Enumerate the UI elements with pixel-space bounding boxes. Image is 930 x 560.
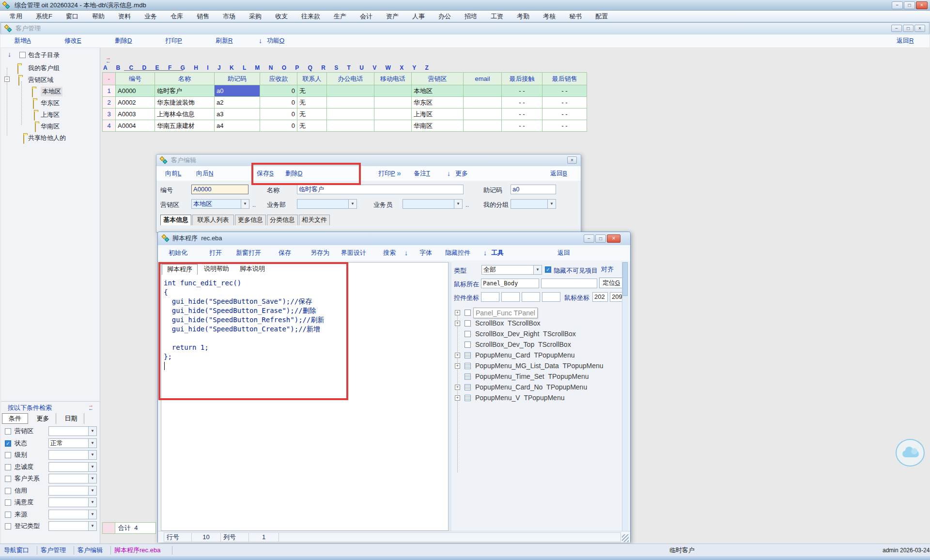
menu-item[interactable]: 配置	[589, 12, 615, 21]
tab-related-files[interactable]: 相关文件	[299, 215, 330, 225]
filter-combo[interactable]: ▼	[48, 498, 97, 507]
alphabet-index[interactable]: A B C D E F G H I J K L M N O P Q R S T …	[103, 64, 429, 71]
tree-node[interactable]: ScrollBox_Dev_Top TScrollBox	[475, 340, 571, 349]
tree-item-shared[interactable]: 共享给他人的	[28, 133, 66, 143]
control-checkbox[interactable]	[465, 310, 471, 316]
filter-checkbox[interactable]	[5, 464, 11, 470]
menu-item[interactable]: 往来款	[294, 12, 327, 21]
close-icon[interactable]: ×	[567, 156, 577, 164]
open-button[interactable]: 打开	[209, 245, 222, 261]
hide-invisible-checkbox[interactable]: ✓	[545, 266, 551, 273]
filter-checkbox-checked[interactable]: ✓	[5, 440, 11, 447]
menu-item[interactable]: 仓库	[164, 12, 190, 21]
filter-combo[interactable]: ▼	[48, 462, 97, 472]
tree-item-east-region[interactable]: 华东区	[41, 98, 60, 108]
tree-item-shanghai-region[interactable]: 上海区	[41, 110, 60, 120]
return-button[interactable]: 返回B	[550, 166, 567, 181]
mouse-in-input-2[interactable]	[541, 279, 597, 288]
control-coord-y1[interactable]	[501, 292, 520, 302]
open-new-window-button[interactable]: 新窗打开	[236, 245, 261, 261]
return-button[interactable]: 返回	[558, 245, 570, 261]
code-input[interactable]: A0000	[191, 185, 248, 194]
print-button[interactable]: 打印P	[378, 166, 395, 181]
control-checkbox[interactable]	[465, 342, 471, 348]
menu-item[interactable]: 办公	[432, 12, 458, 21]
init-button[interactable]: 初始化	[169, 245, 187, 261]
group-combo[interactable]: ▼	[511, 199, 556, 209]
salesman-combo[interactable]: ▼	[403, 199, 463, 209]
dept-combo[interactable]: ▼	[297, 199, 357, 209]
menu-item[interactable]: 资料	[111, 12, 138, 21]
col-header-office-phone[interactable]: 办公电话	[327, 73, 374, 85]
tree-node[interactable]: ScrollBox_Dev_Right TScrollBox	[475, 329, 576, 339]
filter-checkbox[interactable]	[5, 523, 11, 529]
maximize-icon[interactable]: □	[903, 25, 914, 32]
minimize-icon[interactable]: −	[584, 234, 594, 243]
tree-item-south-region[interactable]: 华南区	[41, 122, 60, 131]
control-checkbox[interactable]	[465, 320, 471, 327]
tree-node[interactable]: PopupMenu_MG_List_Data TPopupMenu	[475, 361, 604, 371]
double-chevron-icon[interactable]: »	[397, 167, 401, 180]
next-button[interactable]: 向后N	[196, 166, 213, 181]
menu-item[interactable]: 系统F	[29, 12, 59, 21]
menu-item[interactable]: 考核	[536, 12, 562, 21]
tools-button[interactable]: 工具	[491, 245, 504, 261]
filter-checkbox[interactable]	[5, 499, 11, 506]
menu-item[interactable]: 考勤	[510, 12, 536, 21]
menu-item[interactable]: 窗口	[59, 12, 85, 21]
resize-grip[interactable]	[622, 534, 629, 542]
menu-item[interactable]: 帮助	[85, 12, 111, 21]
filter-tab-condition[interactable]: 条件	[2, 413, 28, 424]
name-input[interactable]: 临时客户	[297, 185, 464, 194]
expand-icon[interactable]: +	[455, 353, 460, 358]
menu-item[interactable]: 采购	[242, 12, 268, 21]
tab-contact-list[interactable]: 联系人列表	[192, 215, 234, 225]
menu-item[interactable]: 招培	[458, 12, 484, 21]
vertical-scrollbar[interactable]	[622, 262, 628, 531]
col-header-code[interactable]: 编号	[116, 73, 155, 85]
col-header-mnemonic[interactable]: 助记码	[215, 73, 260, 85]
save-button[interactable]: 保存	[279, 245, 291, 261]
include-subdir-checkbox[interactable]	[19, 52, 26, 58]
expand-icon[interactable]: +	[455, 363, 460, 369]
filter-checkbox[interactable]	[5, 452, 11, 458]
tree-node[interactable]: PopupMenu_Card_No TPopupMenu	[475, 382, 587, 392]
taskbar-customer-edit[interactable]: 客户编辑	[78, 544, 103, 557]
tree-node[interactable]: PopupMenu_Card TPopupMenu	[475, 350, 574, 360]
control-coord-x1[interactable]	[481, 292, 499, 302]
menu-item[interactable]: 业务	[138, 12, 164, 21]
salesman-dots[interactable]: ..	[465, 200, 469, 210]
col-header-name[interactable]: 名称	[155, 73, 215, 85]
prev-button[interactable]: 向前L	[165, 166, 181, 181]
swap-columns-icon[interactable]: →←	[88, 404, 96, 410]
minimize-icon[interactable]: −	[891, 25, 902, 32]
control-coord-x2[interactable]	[522, 292, 540, 302]
menu-item[interactable]: 会计	[353, 12, 379, 21]
col-header-dash[interactable]: -	[103, 73, 116, 85]
tree-node[interactable]: PopupMenu_Time_Set TPopupMenu	[475, 372, 589, 381]
hide-controls-button[interactable]: 隐藏控件	[445, 245, 470, 261]
menu-item[interactable]: 常用	[3, 12, 29, 21]
filter-checkbox[interactable]	[5, 428, 11, 435]
expand-icon[interactable]: +	[455, 321, 460, 326]
more-button[interactable]: 更多	[455, 166, 468, 181]
col-header-contact[interactable]: 联系人	[297, 73, 327, 85]
tree-item-my-groups[interactable]: 我的客户组	[28, 63, 60, 73]
tree-item-marketing-region[interactable]: 营销区域	[28, 75, 53, 85]
refresh-button[interactable]: 刷新R	[216, 34, 232, 47]
align-link[interactable]: 对齐	[601, 263, 614, 276]
maximize-icon[interactable]: □	[595, 234, 606, 243]
note-button[interactable]: 备注T	[414, 166, 430, 181]
close-icon[interactable]: ×	[916, 1, 928, 9]
mouse-coord-x[interactable]: 202	[592, 292, 608, 302]
tab-basic-info[interactable]: 基本信息	[160, 215, 191, 225]
search-button[interactable]: 搜索	[383, 245, 396, 261]
control-coord-y2[interactable]	[542, 292, 560, 302]
tree-item-local-region[interactable]: 本地区	[41, 87, 62, 96]
swap-columns-icon[interactable]: →←	[106, 56, 113, 63]
mnemonic-input[interactable]: a0	[511, 185, 556, 194]
modify-button[interactable]: 修改E	[64, 34, 81, 47]
col-header-receivable[interactable]: 应收款	[260, 73, 297, 85]
script-titlebar[interactable]: 脚本程序 rec.eba − □ ×	[158, 232, 630, 245]
filter-combo[interactable]: ▼	[48, 510, 97, 519]
